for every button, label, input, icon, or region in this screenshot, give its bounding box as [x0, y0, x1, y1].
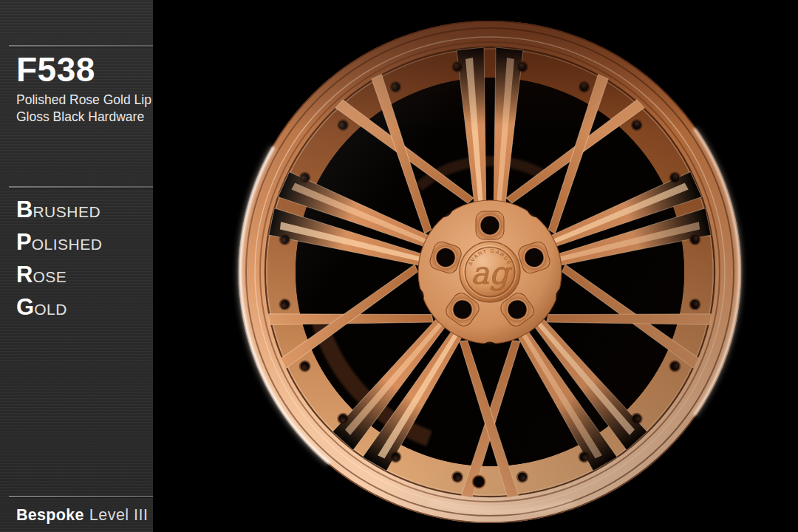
wheel-photo: AVANT GARDE ag	[224, 6, 756, 532]
photo-stage: AVANT GARDE ag	[153, 0, 798, 532]
model-subtitle-hardware: Gloss Black Hardware	[16, 109, 151, 126]
page: { "sidebar": { "model": "F538", "subtitl…	[0, 0, 798, 532]
finish-rest: OLD	[34, 301, 67, 318]
finish-rest: OSE	[33, 268, 66, 285]
finish-initial: G	[16, 294, 34, 320]
finish-initial: R	[16, 262, 33, 287]
bespoke-level: BespokeLevel III	[16, 505, 149, 525]
finish-rest: OLISHED	[32, 236, 103, 253]
lighting	[239, 21, 741, 523]
finish-rest: RUSHED	[33, 203, 100, 220]
finish-item: GOLD	[16, 291, 102, 324]
finish-initial: B	[16, 197, 33, 222]
divider-bottom	[9, 496, 153, 497]
info-panel: F538 Polished Rose Gold Lip Gloss Black …	[0, 0, 153, 532]
finish-item: BRUSHED	[16, 194, 102, 226]
divider-middle	[9, 186, 153, 188]
finish-list: BRUSHED POLISHED ROSE GOLD	[16, 194, 102, 324]
finish-initial: P	[16, 229, 32, 255]
finish-item: POLISHED	[16, 226, 102, 259]
model-block: F538 Polished Rose Gold Lip Gloss Black …	[16, 52, 151, 126]
divider-top	[9, 45, 153, 47]
level-label: Level III	[89, 506, 149, 524]
model-name: F538	[16, 52, 151, 86]
model-subtitle-lip: Polished Rose Gold Lip	[16, 92, 151, 109]
bespoke-label: Bespoke	[16, 506, 84, 524]
finish-item: ROSE	[16, 259, 102, 291]
